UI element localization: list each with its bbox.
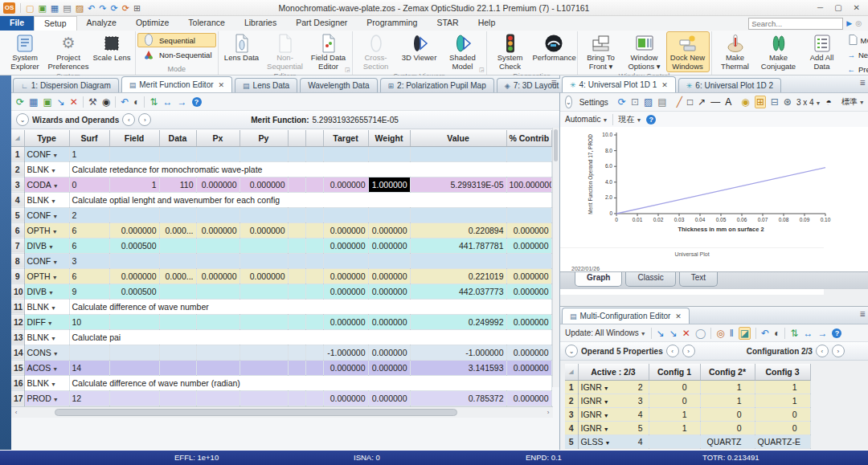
damped-least-squares-icon[interactable]: ◉ [102, 96, 110, 108]
row-number[interactable]: 11 [11, 299, 24, 314]
cell-contrib[interactable]: 0.000000 [506, 222, 551, 238]
dialog-launcher-icon[interactable]: ◲ [345, 67, 350, 73]
cell-target[interactable] [323, 253, 368, 268]
cell-comment[interactable]: Calculate difference of wave number [69, 299, 551, 314]
save-plot-icon[interactable]: ▨ [644, 96, 653, 108]
chevron-down-icon[interactable]: ⌄ [565, 345, 578, 357]
cell-b1[interactable] [288, 345, 305, 360]
tab-close-icon[interactable]: ✕ [219, 81, 225, 89]
cell-comment[interactable]: Calculate difference of wave number (rad… [69, 375, 551, 390]
chart-icon[interactable]: ◪ [739, 327, 751, 340]
cell-contrib[interactable]: 100.000000 [506, 177, 551, 192]
new-file-icon[interactable]: ▢ [26, 3, 34, 13]
cell-config-1[interactable]: 0 [649, 380, 700, 394]
mce-column-header-Config 2*[interactable]: Config 2* [700, 364, 755, 380]
cell-type[interactable]: PROD▼ [24, 390, 69, 406]
cell-b2[interactable] [305, 283, 323, 299]
cell-comment[interactable]: Calculate optial lenght and wavenumber f… [69, 192, 551, 207]
cell-contrib[interactable]: 0.000000 [506, 390, 551, 406]
cell-data[interactable] [159, 390, 196, 406]
cell-b1[interactable] [288, 268, 305, 283]
previous-button[interactable]: ←Previous [844, 62, 868, 76]
cell-value[interactable]: 3.141593 [410, 360, 506, 375]
cell-surf[interactable]: 0 [69, 177, 109, 192]
cell-px[interactable]: 0.000000 [196, 177, 240, 192]
cell-field[interactable] [109, 345, 159, 360]
column-header-corner[interactable] [288, 130, 305, 146]
tab-lens-data[interactable]: ▤Lens Data [235, 78, 297, 92]
step-icon[interactable]: → [178, 96, 187, 108]
refresh-icon[interactable]: ⟳ [618, 96, 626, 108]
tab-multi-configuration-editor[interactable]: ▤Multi-Configuration Editor✕ [562, 308, 690, 324]
menu-tab-part-designer[interactable]: Part Designer [286, 16, 357, 31]
cell-type[interactable]: DIFF▼ [24, 314, 69, 329]
step-icon[interactable]: → [817, 328, 827, 339]
cell-config-1[interactable]: 1 [649, 421, 700, 434]
tab-wavelength-data[interactable]: Wavelength Data [300, 78, 377, 92]
cell-config-3[interactable]: 0 [755, 421, 810, 434]
cell-py[interactable] [240, 253, 288, 268]
cell-weight[interactable]: 0.000000 [368, 268, 410, 283]
menu-tab-star[interactable]: STAR [427, 16, 468, 31]
tab-2-polarization-pupil-map[interactable]: ⊞2: Polarization Pupil Map [380, 78, 494, 92]
rings-icon[interactable]: ⊛ [784, 96, 792, 108]
cell-surf[interactable]: 9 [69, 283, 109, 299]
pause-icon[interactable]: ‖ [730, 328, 734, 339]
tab-4-universal-plot-1d-1[interactable]: ✳4: Universal Plot 1D 1✕ [562, 76, 676, 92]
cell-comment[interactable]: Caluclate pai [69, 329, 551, 345]
cell-py[interactable]: 0.000000 [240, 268, 288, 283]
row-number[interactable]: 10 [11, 283, 24, 299]
row-number[interactable]: 5 [565, 434, 578, 448]
tab-1-dispersion-diagram[interactable]: ∟1: Dispersion Diagram [13, 78, 119, 92]
non-sequential-button[interactable]: Non-Sequential [264, 31, 307, 72]
cell-weight[interactable]: 0.000000 [368, 222, 410, 238]
cell-value[interactable]: 5.299319E-05 [410, 177, 506, 192]
cell-contrib[interactable]: 0.000000 [506, 238, 551, 253]
cell-weight[interactable]: 0.000000 [368, 360, 410, 375]
cell-px[interactable] [196, 390, 240, 406]
delete-operand-icon[interactable]: ✕ [70, 96, 78, 108]
cell-config-1[interactable]: 0 [649, 394, 700, 407]
draw-dash-icon[interactable]: — [710, 96, 720, 108]
save-plot-icon[interactable]: ▨ [76, 3, 84, 13]
toggle-icon[interactable]: ◐ [133, 96, 139, 108]
tab-overflow-icon[interactable]: ≣ [551, 79, 557, 87]
column-header-Weight[interactable]: Weight [368, 130, 410, 146]
cell-py[interactable]: 0.000000 [240, 222, 288, 238]
current-dropdown[interactable]: 現在▼ [618, 114, 641, 125]
window-menu-icon[interactable]: ⊞ [133, 3, 141, 13]
refresh-icon[interactable]: ⟳ [110, 3, 117, 13]
cell-config-2[interactable]: QUARTZ [700, 434, 755, 448]
cell-surf[interactable]: 6 [69, 268, 109, 283]
cell-field[interactable]: 0.000500 [109, 238, 159, 253]
row-number[interactable]: 8 [11, 253, 24, 268]
cell-b1[interactable] [288, 253, 305, 268]
cell-type[interactable]: CONF▼ [24, 207, 69, 222]
cell-field[interactable] [109, 390, 159, 406]
scale-lens-button[interactable]: Scale Lens [90, 31, 133, 64]
cell-py[interactable] [240, 360, 288, 375]
row-number[interactable]: 3 [565, 407, 578, 421]
cell-target[interactable]: 0.000000 [323, 283, 368, 299]
mce-column-header-corner[interactable]: ◢ [565, 364, 578, 380]
open-file-icon[interactable]: ▣ [43, 96, 51, 108]
cell-value[interactable]: 441.787781 [410, 238, 506, 253]
cell-type[interactable]: CONF▼ [24, 253, 69, 268]
row-number[interactable]: 1 [565, 380, 578, 394]
cell-field[interactable]: 0.000500 [109, 283, 159, 299]
cell-target[interactable]: -1.000000 [323, 345, 368, 360]
search-input[interactable] [748, 18, 843, 30]
cell-px[interactable]: 0.000000 [196, 222, 240, 238]
system-check-button[interactable]: System Check [489, 31, 532, 72]
close-icon[interactable]: ✕ [854, 3, 860, 12]
cell-b1[interactable] [288, 314, 305, 329]
help-icon[interactable]: ? [646, 115, 656, 124]
cascade-layout-icon[interactable]: ⊟ [771, 96, 779, 108]
cell-type[interactable]: BLNK▼ [24, 299, 69, 314]
bring-to-front-button[interactable]: Bring To Front ▾ [579, 31, 623, 72]
next-page-icon[interactable]: › [138, 113, 151, 126]
column-header-Py[interactable]: Py [240, 130, 288, 146]
cell-type[interactable]: ACOS▼ [24, 360, 69, 375]
cell-field[interactable]: 0.000000 [109, 222, 159, 238]
vertical-scrollbar[interactable] [552, 128, 559, 387]
